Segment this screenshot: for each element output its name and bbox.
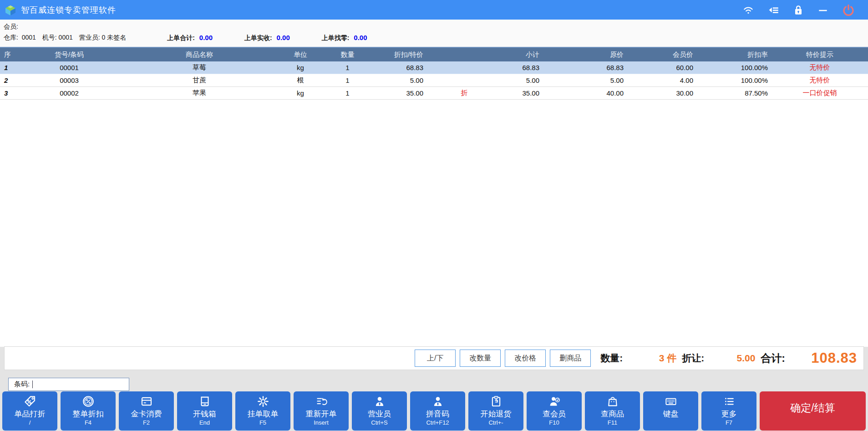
table-row[interactable]: 1 00001 草莓 kg 1 68.83 68.83 68.83 60.00 … (0, 61, 868, 74)
bottom-panel: 上/下 改数量 改价格 删商品 数量: 3 件 折让: 5.00 合计: 108… (0, 347, 868, 431)
start-return-button[interactable]: 开始退货 Ctrl+- (468, 391, 523, 431)
gear-icon (256, 395, 270, 408)
special-note: 无特价 (772, 76, 868, 85)
barcode-input[interactable]: 条码: (8, 378, 129, 391)
qty-value: 3 件 (623, 352, 676, 365)
special-note: 无特价 (772, 63, 868, 72)
barcode-row: 条码: (0, 370, 868, 391)
more-button[interactable]: 更多 F7 (701, 391, 756, 431)
open-cash-drawer-button[interactable]: 开钱箱 End (177, 391, 232, 431)
window-controls (741, 3, 855, 17)
confirm-settle-button[interactable]: 确定/结算 (760, 391, 866, 431)
single-item-discount-button[interactable]: 单品打折 / (2, 391, 57, 431)
prev-order-paid-value: 0.00 (277, 34, 290, 41)
table-empty-area (0, 100, 868, 345)
member-label: 会员: (4, 23, 18, 31)
percent-circle-icon (81, 395, 95, 408)
discount-label: 折让: (682, 352, 704, 365)
info-bar: 会员: 仓库: 0001 机号: 0001 营业员: 0 未签名 上单合计: 0… (0, 20, 868, 47)
change-price-button[interactable]: 改价格 (505, 350, 546, 367)
app-logo-icon (4, 3, 17, 17)
discount-flag: 折 (444, 89, 485, 97)
gold-card-payment-button[interactable]: 金卡消费 F2 (119, 391, 174, 431)
total-value: 108.83 (811, 350, 857, 366)
title-bar: 智百威连锁专卖管理软件 (0, 0, 868, 20)
col-header-unit: 单位 (277, 51, 324, 59)
col-header-special-note: 特价提示 (772, 51, 868, 59)
col-header-member-price: 会员价 (630, 51, 699, 59)
col-header-orig-price: 原价 (546, 51, 630, 59)
list-icon (722, 395, 736, 408)
power-icon[interactable] (842, 3, 855, 17)
person-check-icon (548, 395, 561, 408)
items-table: 序 货号/条码 商品名称 单位 数量 折扣/特价 小计 原价 会员价 折扣率 特… (0, 47, 868, 345)
machine: 机号: 0001 (42, 34, 73, 42)
total-hatch-decoration: 108.83 (785, 349, 857, 368)
keyboard-icon (664, 395, 678, 408)
list-refresh-icon (315, 395, 328, 408)
col-header-discount-price: 折扣/特价 (371, 51, 444, 59)
prev-order-total: 上单合计: 0.00 (167, 34, 213, 42)
col-header-seq: 序 (0, 51, 16, 59)
up-down-button[interactable]: 上/下 (415, 350, 456, 367)
collapse-menu-icon[interactable] (767, 4, 781, 16)
col-header-discount-rate: 折扣率 (699, 51, 772, 59)
new-order-button[interactable]: 重新开单 Insert (294, 391, 349, 431)
pinyin-code-button[interactable]: 拼音码 Ctrl+F12 (410, 391, 465, 431)
card-icon (140, 395, 153, 408)
total-label: 合计: (761, 351, 785, 365)
prev-order-total-value: 0.00 (199, 34, 213, 41)
warehouse: 仓库: 0001 (4, 34, 36, 42)
delete-item-button[interactable]: 删商品 (550, 350, 591, 367)
wifi-icon (741, 4, 755, 16)
clerk: 营业员: 0 未签名 (79, 34, 126, 42)
tag-percent-icon (23, 395, 37, 408)
bag-icon (606, 395, 619, 408)
person-icon (373, 395, 386, 408)
col-header-code: 货号/条码 (16, 51, 122, 59)
prev-order-paid: 上单实收: 0.00 (244, 34, 290, 42)
col-header-subtotal: 小计 (485, 51, 546, 59)
action-bar: 单品打折 / 整单折扣 F4 (0, 391, 868, 431)
app-window: 智百威连锁专卖管理软件 (0, 0, 868, 431)
cash-drawer-icon (198, 395, 212, 408)
table-header-row: 序 货号/条码 商品名称 单位 数量 折扣/特价 小计 原价 会员价 折扣率 特… (0, 47, 868, 61)
barcode-label: 条码: (14, 380, 30, 389)
col-header-name: 商品名称 (122, 51, 277, 59)
lookup-product-button[interactable]: 查商品 F11 (585, 391, 640, 431)
change-qty-button[interactable]: 改数量 (460, 350, 501, 367)
qty-label: 数量: (600, 352, 623, 365)
hold-retrieve-order-button[interactable]: 挂单取单 F5 (235, 391, 290, 431)
text-cursor (32, 380, 33, 388)
table-row[interactable]: 3 00002 苹果 kg 1 35.00 折 35.00 40.00 30.0… (0, 87, 868, 100)
summary-bar: 上/下 改数量 改价格 删商品 数量: 3 件 折让: 5.00 合计: 108… (5, 347, 863, 370)
prev-order-change-value: 0.00 (354, 34, 367, 41)
col-header-qty: 数量 (324, 51, 371, 59)
clipboard-return-icon (489, 395, 503, 408)
person-icon (431, 395, 445, 408)
table-row[interactable]: 2 00003 甘蔗 根 1 5.00 5.00 5.00 4.00 100.0… (0, 74, 868, 87)
keyboard-button[interactable]: 键盘 (643, 391, 698, 431)
prev-order-change: 上单找零: 0.00 (322, 34, 367, 42)
special-note: 一口价促销 (772, 89, 868, 97)
lock-icon[interactable] (792, 4, 804, 16)
app-title: 智百威连锁专卖管理软件 (21, 5, 116, 15)
lookup-member-button[interactable]: 查会员 F10 (527, 391, 582, 431)
whole-order-discount-button[interactable]: 整单折扣 F4 (61, 391, 116, 431)
minimize-icon[interactable] (816, 4, 830, 16)
brand: 智百威连锁专卖管理软件 (4, 3, 116, 17)
discount-value: 5.00 (704, 353, 755, 364)
clerk-button[interactable]: 营业员 Ctrl+S (352, 391, 407, 431)
